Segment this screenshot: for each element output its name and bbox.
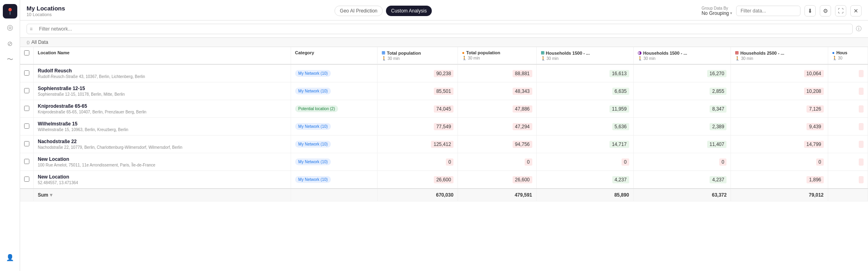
header-hh-1500-30: ⊞ Households 1500 - ... 🚶 30 min xyxy=(536,47,633,64)
location-name-cell: Sophienstraße 12-15 Sophienstraße 12-15,… xyxy=(34,82,291,100)
sidebar-item-layers[interactable]: ⊘ xyxy=(3,36,17,51)
chevron-down-icon: ▾ xyxy=(730,11,732,15)
hh-2500-30b-cell xyxy=(828,64,868,82)
group-data-section: Group Data By No Grouping ▾ xyxy=(702,6,732,16)
hh-2500-30b-cell xyxy=(828,136,868,153)
header-hh-2500-30: ⊞ Households 2500 - ... 🚶 30 min xyxy=(731,47,828,64)
grid-icon-1: ⊞ xyxy=(382,50,385,55)
header-checkbox-cell xyxy=(20,47,34,64)
all-data-bar: ⟨⟩ All Data xyxy=(20,38,868,47)
hh-1500-30-cell: 4,237 xyxy=(536,171,633,189)
location-name-cell: Nachodstraße 22 Nachodstraße 22, 10779, … xyxy=(34,136,291,153)
hh-1500-30-cell: 6,635 xyxy=(536,82,633,100)
sidebar-item-explore[interactable]: ◎ xyxy=(3,20,17,35)
sum-category-cell xyxy=(291,189,377,201)
tab-geo-ai[interactable]: Geo AI Prediction xyxy=(334,6,382,16)
total-pop-walk2-cell: 88,881 xyxy=(458,64,536,82)
settings-button[interactable]: ⚙ xyxy=(820,5,831,16)
hh-2500-30b-cell xyxy=(828,153,868,171)
table-row: Rudolf Reusch Rudolf-Reusch-Straße 43, 1… xyxy=(20,64,868,82)
filter-network-input[interactable] xyxy=(27,24,853,34)
location-name-cell: Kniprodestraße 65-65 Kniprodestraße 65-6… xyxy=(34,100,291,118)
row-checkbox[interactable] xyxy=(24,177,29,182)
group-data-label: Group Data By xyxy=(702,6,732,10)
category-cell: My Network (10) xyxy=(291,64,377,82)
hh-1500-30b-cell: 2,855 xyxy=(633,82,731,100)
location-name-cell: Rudolf Reusch Rudolf-Reusch-Straße 43, 1… xyxy=(34,64,291,82)
user-icon: 👤 xyxy=(6,254,14,261)
download-icon: ⬇ xyxy=(808,8,813,14)
table-header-row: Location Name Category ⊞ Total populatio… xyxy=(20,47,868,64)
total-pop-walk-cell: 26,600 xyxy=(378,171,458,189)
sum-label-cell: Sum ▾ xyxy=(34,189,291,201)
hh-2500-30b-cell xyxy=(828,100,868,118)
row-checkbox[interactable] xyxy=(24,106,29,111)
all-data-label: All Data xyxy=(31,39,48,45)
row-checkbox[interactable] xyxy=(24,70,29,76)
explore-icon: ◎ xyxy=(7,23,13,32)
header-location-name: Location Name xyxy=(34,47,291,64)
collapse-icon[interactable]: ⟨⟩ xyxy=(27,40,30,45)
sum-row: Sum ▾ 670,030 479,591 85,890 63,372 79,0… xyxy=(20,189,868,201)
hh-2500-30-cell: 9,439 xyxy=(731,118,828,136)
group-data-value[interactable]: No Grouping ▾ xyxy=(702,10,732,16)
download-button[interactable]: ⬇ xyxy=(804,5,816,16)
sum-hh-1500-30: 85,890 xyxy=(536,189,633,201)
category-badge: My Network (10) xyxy=(295,70,331,77)
category-badge: Potential location (2) xyxy=(295,105,338,112)
sidebar-item-user[interactable]: 👤 xyxy=(3,250,17,265)
table-row: Kniprodestraße 65-65 Kniprodestraße 65-6… xyxy=(20,100,868,118)
sum-hh-1500-30b: 63,372 xyxy=(633,189,731,201)
filter-data-wrapper xyxy=(736,6,800,16)
row-checkbox[interactable] xyxy=(24,88,29,93)
location-name-cell: New Location 100 Rue Amelot, 75011, 11e … xyxy=(34,153,291,171)
hh-2500-30b-cell xyxy=(828,118,868,136)
sum-hh-2500-30: 79,012 xyxy=(731,189,828,201)
info-icon[interactable]: ⓘ xyxy=(856,25,862,33)
hh-2500-30-cell: 10,208 xyxy=(731,82,828,100)
category-cell: Potential location (2) xyxy=(291,100,377,118)
left-sidebar: 📍 ◎ ⊘ 〜 👤 xyxy=(0,0,20,271)
close-button[interactable]: ✕ xyxy=(850,5,862,16)
hh-1500-30-cell: 0 xyxy=(536,153,633,171)
contrast-icon: ◑ xyxy=(638,50,642,55)
row-checkbox-cell xyxy=(20,100,34,118)
panel-subtitle: 10 Locations xyxy=(27,12,65,17)
header-actions: Group Data By No Grouping ▾ ⬇ ⚙ ⛶ ✕ xyxy=(702,5,862,16)
hh-1500-30-cell: 14,717 xyxy=(536,136,633,153)
hh-2500-30b-cell xyxy=(828,171,868,189)
row-checkbox-cell xyxy=(20,82,34,100)
sidebar-item-location[interactable]: 📍 xyxy=(3,4,17,18)
sum-hh-2500-30b xyxy=(828,189,868,201)
category-badge: My Network (10) xyxy=(295,88,331,94)
total-pop-walk-cell: 0 xyxy=(378,153,458,171)
filter-data-input[interactable] xyxy=(736,6,800,16)
category-cell: My Network (10) xyxy=(291,82,377,100)
data-table: Location Name Category ⊞ Total populatio… xyxy=(20,47,868,201)
filter-bar: ≡ ⓘ xyxy=(20,21,868,38)
total-pop-walk2-cell: 47,294 xyxy=(458,118,536,136)
total-pop-walk-cell: 90,238 xyxy=(378,64,458,82)
hh-1500-30b-cell: 0 xyxy=(633,153,731,171)
category-cell: My Network (10) xyxy=(291,118,377,136)
hh-1500-30b-cell: 11,407 xyxy=(633,136,731,153)
tab-bar: Geo AI Prediction Custom Analysis xyxy=(334,6,432,16)
hh-2500-30-cell: 14,799 xyxy=(731,136,828,153)
select-all-checkbox[interactable] xyxy=(24,50,29,55)
tab-custom-analysis[interactable]: Custom Analysis xyxy=(386,6,432,16)
expand-button[interactable]: ⛶ xyxy=(835,5,846,16)
hh-1500-30-cell: 11,959 xyxy=(536,100,633,118)
analytics-icon: 〜 xyxy=(7,55,13,64)
row-checkbox-cell xyxy=(20,136,34,153)
sidebar-item-analytics[interactable]: 〜 xyxy=(3,52,17,67)
row-checkbox[interactable] xyxy=(24,123,29,129)
hh-2500-30-cell: 7,126 xyxy=(731,100,828,118)
header-hh-2500-30b: ● Hous 🚶 30 xyxy=(828,47,868,64)
row-checkbox[interactable] xyxy=(24,141,29,146)
table-row: New Location 52.484557, 13.471364 My Net… xyxy=(20,171,868,189)
circle-icon-1: ● xyxy=(462,50,465,55)
row-checkbox-cell xyxy=(20,171,34,189)
row-checkbox[interactable] xyxy=(24,159,29,164)
hh-1500-30-cell: 16,613 xyxy=(536,64,633,82)
total-pop-walk2-cell: 48,343 xyxy=(458,82,536,100)
